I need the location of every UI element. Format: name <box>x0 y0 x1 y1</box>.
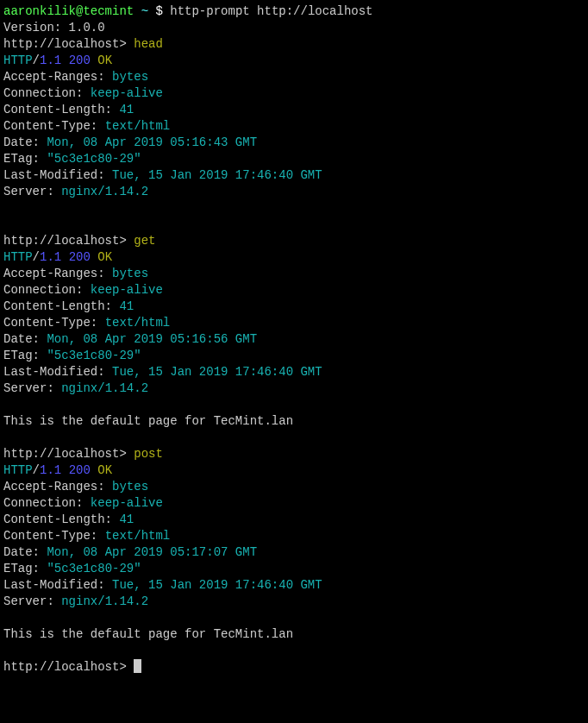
prompt-post-line: http://localhost> post <box>3 446 585 462</box>
cmd-head: head <box>134 37 163 51</box>
blank-line <box>3 610 585 626</box>
cursor-icon <box>134 659 141 673</box>
http-prompt-url: http://localhost> <box>3 37 134 51</box>
header-content-type: Content-Type: text/html <box>3 315 585 331</box>
header-last-modified: Last-Modified: Tue, 15 Jan 2019 17:46:40… <box>3 577 585 594</box>
shell-path: ~ <box>134 4 155 18</box>
cmd-post: post <box>134 447 163 461</box>
header-server: Server: nginx/1.14.2 <box>3 184 585 200</box>
header-connection: Connection: keep-alive <box>3 282 585 299</box>
response-body: This is the default page for TecMint.lan <box>3 626 585 643</box>
current-prompt-line[interactable]: http://localhost> <box>3 659 585 676</box>
header-content-length: Content-Length: 41 <box>3 512 585 528</box>
header-content-length: Content-Length: 41 <box>3 102 585 118</box>
header-etag: ETag: "5c3e1c80-29" <box>3 561 585 577</box>
version-line: Version: 1.0.0 <box>3 20 585 36</box>
http-prompt-url: http://localhost> <box>3 660 134 674</box>
header-content-type: Content-Type: text/html <box>3 118 585 135</box>
header-accept-ranges: Accept-Ranges: bytes <box>3 266 585 282</box>
status-line-post: HTTP/1.1 200 OK <box>3 462 585 479</box>
header-accept-ranges: Accept-Ranges: bytes <box>3 69 585 85</box>
header-last-modified: Last-Modified: Tue, 15 Jan 2019 17:46:40… <box>3 364 585 380</box>
header-etag: ETag: "5c3e1c80-29" <box>3 348 585 364</box>
prompt-get-line: http://localhost> get <box>3 233 585 249</box>
user-host: aaronkilik@tecmint <box>3 4 134 18</box>
blank-line <box>3 643 585 659</box>
cmd-get: get <box>134 234 155 248</box>
shell-prompt-line: aaronkilik@tecmint ~ $ http-prompt http:… <box>3 3 585 20</box>
http-prompt-url: http://localhost> <box>3 234 134 248</box>
header-connection: Connection: keep-alive <box>3 85 585 102</box>
header-date: Date: Mon, 08 Apr 2019 05:17:07 GMT <box>3 544 585 561</box>
header-server: Server: nginx/1.14.2 <box>3 380 585 397</box>
header-connection: Connection: keep-alive <box>3 495 585 512</box>
shell-command: http-prompt http://localhost <box>170 4 372 18</box>
header-content-length: Content-Length: 41 <box>3 299 585 315</box>
blank-line <box>3 430 585 446</box>
prompt-symbol: $ <box>155 4 170 18</box>
response-body: This is the default page for TecMint.lan <box>3 413 585 430</box>
header-date: Date: Mon, 08 Apr 2019 05:16:56 GMT <box>3 331 585 348</box>
header-server: Server: nginx/1.14.2 <box>3 594 585 610</box>
header-accept-ranges: Accept-Ranges: bytes <box>3 479 585 495</box>
blank-line <box>3 217 585 233</box>
status-line-get: HTTP/1.1 200 OK <box>3 249 585 266</box>
header-etag: ETag: "5c3e1c80-29" <box>3 151 585 167</box>
header-date: Date: Mon, 08 Apr 2019 05:16:43 GMT <box>3 135 585 151</box>
header-last-modified: Last-Modified: Tue, 15 Jan 2019 17:46:40… <box>3 167 585 184</box>
status-line-head: HTTP/1.1 200 OK <box>3 53 585 69</box>
prompt-head-line: http://localhost> head <box>3 36 585 53</box>
blank-line <box>3 397 585 413</box>
header-content-type: Content-Type: text/html <box>3 528 585 544</box>
blank-line <box>3 200 585 217</box>
http-prompt-url: http://localhost> <box>3 447 134 461</box>
